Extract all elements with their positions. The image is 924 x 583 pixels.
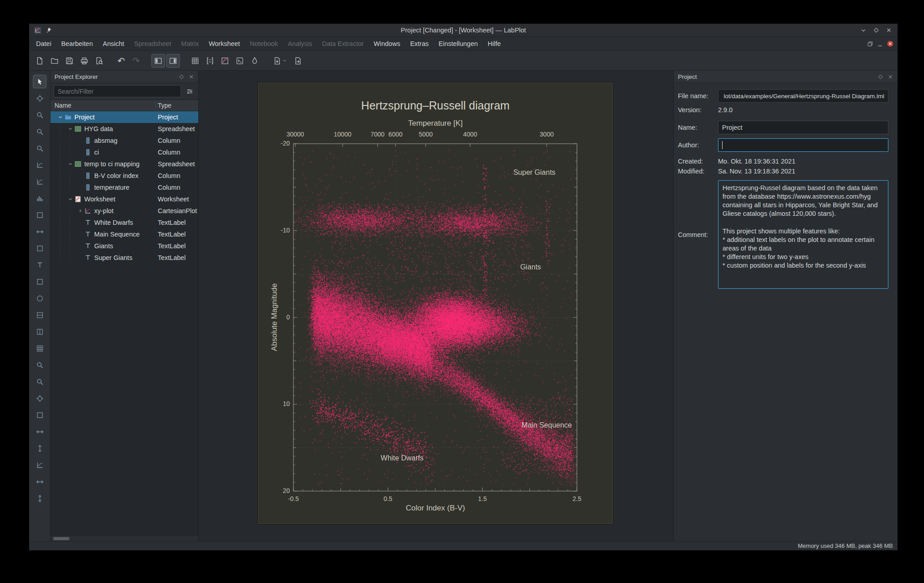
titlebar[interactable]: Project [Changed] - [Worksheet] — LabPlo… bbox=[29, 24, 897, 37]
plot-annotation-white-dwarfs[interactable]: White Dwarfs bbox=[381, 454, 424, 462]
toolbar-export-data[interactable] bbox=[291, 54, 305, 68]
tool-zoom-in-tool[interactable] bbox=[33, 359, 46, 371]
column-icon bbox=[84, 149, 91, 156]
column-header-type[interactable]: Type bbox=[158, 102, 171, 109]
tool-add-legend-tool[interactable] bbox=[33, 242, 46, 255]
y-tick-label: 20 bbox=[265, 487, 290, 494]
tree-header[interactable]: Name Type bbox=[50, 100, 198, 111]
tool-add-boxplot-tool[interactable] bbox=[33, 209, 46, 221]
menu-worksheet[interactable]: Worksheet bbox=[204, 37, 245, 50]
toolbar-import-data[interactable] bbox=[270, 54, 290, 68]
tool-select-tool[interactable] bbox=[33, 75, 46, 88]
expand-chevron[interactable] bbox=[66, 196, 74, 203]
scatter-canvas[interactable] bbox=[293, 144, 577, 491]
tool-zoom-select-tool[interactable] bbox=[33, 109, 46, 121]
plot-annotation-super-giants[interactable]: Super Giants bbox=[513, 169, 555, 177]
tree-row-super-giants[interactable]: Super GiantsTextLabel bbox=[50, 252, 198, 264]
tool-shift-x-tool[interactable] bbox=[33, 475, 46, 488]
menu-einstellungen[interactable]: Einstellungen bbox=[434, 37, 483, 50]
tree-row-hyg-data[interactable]: HYG dataSpreadsheet bbox=[50, 123, 198, 135]
mdi-close-button[interactable] bbox=[887, 40, 894, 47]
menu-extras[interactable]: Extras bbox=[405, 37, 434, 50]
tool-grid-layout-tool[interactable] bbox=[33, 342, 46, 355]
worksheet-page[interactable]: Hertzsprung–Russell diagramTemperature [… bbox=[258, 82, 613, 524]
tool-zoom-fit-page-tool[interactable] bbox=[33, 409, 46, 421]
toolbar-redo[interactable]: ↷ bbox=[129, 54, 143, 68]
tool-auto-scale-tool[interactable] bbox=[33, 459, 46, 471]
toolbar-print-preview[interactable] bbox=[92, 54, 106, 68]
menu-bearbeiten[interactable]: Bearbeiten bbox=[56, 37, 98, 50]
toolbar-save-project[interactable] bbox=[63, 54, 76, 68]
tree-row-white-dwarfs[interactable]: White DwarfsTextLabel bbox=[50, 217, 198, 228]
tool-add-axis-tool[interactable] bbox=[33, 225, 46, 238]
expand-chevron[interactable] bbox=[76, 207, 84, 215]
plot-annotation-main-sequence[interactable]: Main Sequence bbox=[521, 421, 572, 429]
tool-zoom-out-tool[interactable] bbox=[33, 375, 46, 388]
plot-annotation-giants[interactable]: Giants bbox=[520, 263, 541, 271]
tool-add-image-tool[interactable] bbox=[33, 275, 46, 288]
mdi-restore-button[interactable] bbox=[867, 41, 874, 47]
scrollbar-thumb[interactable] bbox=[53, 537, 69, 540]
tool-horizontal-layout-tool[interactable] bbox=[33, 325, 46, 338]
expand-chevron[interactable] bbox=[66, 125, 74, 133]
toolbar-new-notebook[interactable] bbox=[233, 54, 247, 68]
tool-add-curve-tool[interactable] bbox=[33, 159, 46, 171]
toolbar-new-matrix[interactable] bbox=[203, 54, 217, 68]
properties-float-button[interactable] bbox=[878, 74, 883, 80]
tool-zoom-fit-width-tool[interactable] bbox=[33, 425, 46, 438]
pin-icon[interactable] bbox=[46, 27, 52, 33]
search-input[interactable] bbox=[54, 85, 181, 97]
name-input[interactable]: Project bbox=[718, 121, 888, 134]
project-explorer-close-button[interactable] bbox=[188, 74, 194, 80]
toolbar-undo[interactable]: ↶ bbox=[114, 54, 128, 68]
properties-close-button[interactable] bbox=[887, 74, 893, 80]
menu-hilfe[interactable]: Hilfe bbox=[483, 37, 506, 50]
tool-zoom-y-select-tool[interactable] bbox=[33, 142, 46, 155]
tree-row-xy-plot[interactable]: xy-plotCartesianPlot bbox=[50, 205, 198, 217]
tree-row-temp-to-ci-mapping[interactable]: temp to ci mappingSpreadsheet bbox=[50, 158, 198, 170]
tool-add-equation-curve-tool[interactable] bbox=[33, 175, 46, 188]
tree-row-absmag[interactable]: absmagColumn bbox=[50, 135, 198, 146]
toolbar-toggle-project-explorer[interactable] bbox=[151, 54, 165, 68]
window-close-button[interactable] bbox=[886, 27, 892, 33]
file-name-input[interactable]: lot/data/examples/General/Hertzsprung-Ru… bbox=[718, 89, 888, 103]
tool-zoom-x-select-tool[interactable] bbox=[33, 125, 46, 138]
tree-row-giants[interactable]: GiantsTextLabel bbox=[50, 240, 198, 252]
menu-datei[interactable]: Datei bbox=[31, 37, 56, 50]
explorer-horizontal-scrollbar[interactable] bbox=[50, 536, 198, 541]
comment-box[interactable]: Hertzsprung-Russel diagram based on the … bbox=[718, 180, 888, 289]
column-header-name[interactable]: Name bbox=[50, 102, 71, 109]
tool-zoom-origin-tool[interactable] bbox=[33, 392, 46, 405]
tool-shift-y-tool[interactable] bbox=[33, 492, 46, 505]
toolbar-new-project[interactable] bbox=[33, 54, 46, 68]
toolbar-new-worksheet[interactable] bbox=[218, 54, 232, 68]
tool-add-info-element-tool[interactable] bbox=[33, 292, 46, 305]
mdi-minimize-button[interactable] bbox=[877, 41, 883, 47]
filter-options-icon[interactable] bbox=[184, 86, 196, 97]
window-shade-button[interactable] bbox=[860, 27, 867, 34]
toolbar-open-project[interactable] bbox=[48, 54, 61, 68]
created-label: Created: bbox=[678, 158, 718, 165]
toolbar-new-spreadsheet[interactable] bbox=[188, 54, 202, 68]
tree-row-project[interactable]: ProjectProject bbox=[50, 111, 198, 123]
tool-add-histogram-tool[interactable] bbox=[33, 192, 46, 205]
tree-row-ci[interactable]: ciColumn bbox=[50, 146, 198, 158]
expand-chevron[interactable] bbox=[56, 114, 64, 121]
tree-row-worksheet[interactable]: WorksheetWorksheet bbox=[50, 193, 198, 205]
project-explorer-float-button[interactable] bbox=[178, 74, 184, 80]
toolbar-color-maps[interactable] bbox=[248, 54, 261, 68]
menu-ansicht[interactable]: Ansicht bbox=[98, 37, 129, 50]
tree-row-temperature[interactable]: temperatureColumn bbox=[50, 182, 198, 193]
menu-windows[interactable]: Windows bbox=[369, 37, 405, 50]
tool-vertical-layout-tool[interactable] bbox=[33, 309, 46, 321]
toolbar-toggle-properties-explorer[interactable] bbox=[166, 54, 180, 68]
expand-chevron[interactable] bbox=[66, 160, 74, 168]
tool-add-text-label-tool[interactable] bbox=[33, 259, 46, 271]
tree-row-b-v-color-index[interactable]: B-V color indexColumn bbox=[50, 170, 198, 182]
tool-zoom-fit-height-tool[interactable] bbox=[33, 442, 46, 455]
tree-row-main-sequence[interactable]: Main SequenceTextLabel bbox=[50, 228, 198, 240]
window-maximize-button[interactable] bbox=[873, 27, 879, 33]
author-input[interactable] bbox=[718, 138, 888, 152]
toolbar-print[interactable] bbox=[78, 54, 91, 68]
tool-crosshair-cursor-tool[interactable] bbox=[33, 92, 46, 105]
